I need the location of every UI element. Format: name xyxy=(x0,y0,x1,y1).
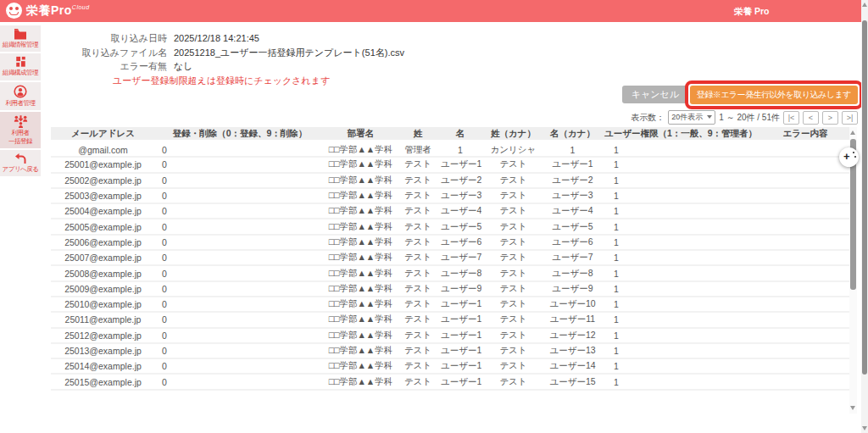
table-cell: テスト xyxy=(397,188,439,203)
table-cell: □□学部▲▲学科 xyxy=(325,219,397,234)
table-row: 25001@example.jp0□□学部▲▲学科テストユーザー1テストユーザー… xyxy=(51,157,849,172)
table-cell: テスト xyxy=(397,250,439,265)
table-cell: 1 xyxy=(600,374,761,389)
page-scrollbar-thumb[interactable] xyxy=(862,20,867,375)
first-page-button[interactable]: |< xyxy=(783,111,799,125)
table-cell: 0 xyxy=(155,297,325,312)
table-cell: 0 xyxy=(155,188,325,203)
table-cell: □□学部▲▲学科 xyxy=(325,312,397,327)
logo-cloud-sup: Cloud xyxy=(72,4,90,10)
app-logo: 栄養ProCloud xyxy=(6,3,90,19)
table-cell: ユーザー1 xyxy=(439,157,481,172)
scroll-down-icon[interactable] xyxy=(850,406,855,410)
table-row: 25002@example.jp0□□学部▲▲学科テストユーザー2テストユーザー… xyxy=(51,173,849,188)
table-cell: 25013@example.jp xyxy=(51,343,155,358)
register-button[interactable]: 登録※エラー発生行以外を取り込みします xyxy=(690,86,858,104)
table-cell: ユーザー9 xyxy=(545,281,600,297)
table-cell: テスト xyxy=(397,281,439,297)
page-scroll-up-icon[interactable] xyxy=(862,3,867,7)
table-cell: テスト xyxy=(481,281,545,297)
table-cell xyxy=(761,343,849,358)
column-header: メールアドレス xyxy=(51,127,155,142)
app-logo-text: 栄養ProCloud xyxy=(26,3,90,19)
table-cell: ユーザー2 xyxy=(545,173,600,188)
sidebar-item-user-management[interactable]: 利用者管理 xyxy=(0,82,41,110)
prev-page-button[interactable]: < xyxy=(803,111,819,125)
sidebar-item-org-structure[interactable]: 組織構成管理 xyxy=(0,53,41,80)
table-cell: 0 xyxy=(155,312,325,327)
next-page-button[interactable]: > xyxy=(822,111,838,125)
page-size-select[interactable]: 20件表示 xyxy=(668,110,715,125)
table-cell: 1 xyxy=(600,265,761,280)
table-cell: 25015@example.jp xyxy=(51,374,155,389)
table-cell xyxy=(761,157,849,172)
register-button-highlight: 登録※エラー発生行以外を取り込みします xyxy=(685,80,863,109)
magnifier-widget[interactable]: + xyxy=(839,147,859,167)
column-header: 登録・削除（0：登録、9：削除） xyxy=(155,127,325,142)
table-cell: 25008@example.jp xyxy=(51,265,155,280)
error-status-label: エラー有無 xyxy=(72,59,167,74)
table-row: @gmail.com0□□学部▲▲学科管理者1カンリシャ11 xyxy=(51,142,849,157)
table-row: 25007@example.jp0□□学部▲▲学科テストユーザー7テストユーザー… xyxy=(51,250,849,265)
table-row: 25009@example.jp0□□学部▲▲学科テストユーザー9テストユーザー… xyxy=(51,281,849,297)
table-cell: ユーザー11 xyxy=(439,312,481,327)
table-cell: テスト xyxy=(481,374,545,389)
scroll-up-icon[interactable] xyxy=(850,130,855,135)
import-filename-value: 20251218_ユーザー一括登録用テンプレート(51名).csv xyxy=(174,46,404,60)
table-cell: 0 xyxy=(155,203,325,219)
table-cell: ユーザー14 xyxy=(545,358,600,374)
table-cell xyxy=(761,142,849,157)
table-row: 25014@example.jp0□□学部▲▲学科テストユーザー14テストユーザ… xyxy=(51,358,849,374)
table-cell: ユーザー2 xyxy=(439,173,481,188)
user-circle-icon xyxy=(14,85,27,98)
table-cell: テスト xyxy=(397,157,439,172)
table-cell: ユーザー10 xyxy=(545,297,600,312)
table-cell: 1 xyxy=(600,142,761,157)
column-header: エラー内容 xyxy=(761,127,849,142)
table-cell: ユーザー4 xyxy=(439,203,481,219)
page-scrollbar[interactable] xyxy=(861,0,868,433)
org-structure-icon xyxy=(14,56,27,68)
table-cell: テスト xyxy=(397,235,439,250)
table-cell: ユーザー6 xyxy=(545,235,600,250)
table-cell: 1 xyxy=(439,142,481,157)
table-cell: 0 xyxy=(155,250,325,265)
table-row: 25012@example.jp0□□学部▲▲学科テストユーザー12テストユーザ… xyxy=(51,328,849,343)
table-cell: □□学部▲▲学科 xyxy=(325,142,397,157)
table-cell: 1 xyxy=(600,281,761,297)
table-cell xyxy=(761,173,849,188)
table-row: 25004@example.jp0□□学部▲▲学科テストユーザー4テストユーザー… xyxy=(51,203,849,219)
table-cell: 1 xyxy=(600,250,761,265)
range-text: 1 ～ 20件 / 51件 xyxy=(719,112,780,124)
table-cell xyxy=(761,188,849,203)
column-header: ユーザー権限（1：一般、9：管理者） xyxy=(600,127,761,142)
table-scrollbar[interactable] xyxy=(849,127,857,414)
plus-cursor-icon: + xyxy=(843,150,850,164)
app-header: 栄養ProCloud 栄養 Pro xyxy=(0,0,868,22)
table-cell: 0 xyxy=(155,157,325,172)
sidebar-item-back-to-app[interactable]: アプリへ戻る xyxy=(0,150,41,176)
table-cell: テスト xyxy=(397,374,439,389)
column-header: 部署名 xyxy=(325,127,397,142)
table-row: 25006@example.jp0□□学部▲▲学科テストユーザー6テストユーザー… xyxy=(51,235,849,250)
table-cell xyxy=(761,374,849,389)
cancel-button[interactable]: キャンセル xyxy=(622,86,688,103)
sidebar-item-org-info[interactable]: 組織情報管理 xyxy=(0,25,41,52)
table-cell: 25011@example.jp xyxy=(51,312,155,327)
column-header: 姓（カナ） xyxy=(481,127,545,142)
table-cell: テスト xyxy=(397,328,439,343)
import-datetime-value: 2025/12/18 14:21:45 xyxy=(174,31,259,46)
table-cell: ユーザー5 xyxy=(545,219,600,234)
last-page-button[interactable]: >| xyxy=(842,111,858,125)
column-header: 名 xyxy=(439,127,481,142)
table-cell: □□学部▲▲学科 xyxy=(325,343,397,358)
table-cell: ユーザー1 xyxy=(545,157,600,172)
table-cell: 25010@example.jp xyxy=(51,297,155,312)
sidebar-item-bulk-register[interactable]: 利用者 一括登録 xyxy=(0,112,41,148)
table-cell: 0 xyxy=(155,142,325,157)
table-cell xyxy=(761,312,849,327)
table-body: @gmail.com0□□学部▲▲学科管理者1カンリシャ1125001@exam… xyxy=(51,142,849,390)
page-scroll-down-icon[interactable] xyxy=(862,426,867,430)
table-cell: 1 xyxy=(600,312,761,327)
table-cell: テスト xyxy=(397,343,439,358)
